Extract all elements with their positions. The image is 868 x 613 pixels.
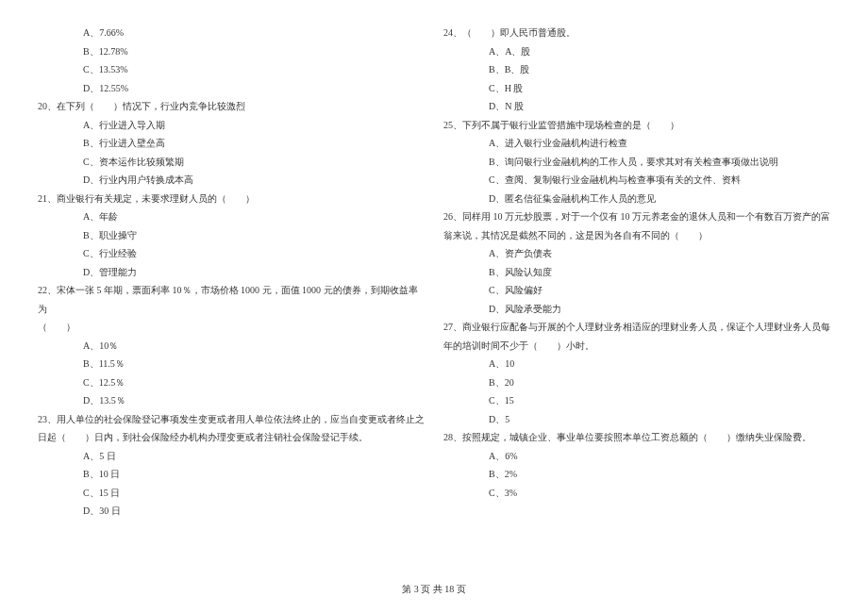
right-column: 24、（ ）即人民币普通股。 A、A、股 B、B、股 C、H 股 D、N 股 2… [443,24,830,571]
option-25a: A、进入银行业金融机构进行检查 [443,134,830,153]
option-23d: D、30 日 [38,502,425,521]
option-22c: C、12.5％ [38,373,425,392]
question-23-line1: 23、用人单位的社会保险登记事项发生变更或者用人单位依法终止的，应当自变更或者终… [38,410,425,429]
question-28: 28、按照规定，城镇企业、事业单位要按照本单位工资总额的（ ）缴纳失业保险费。 [443,428,830,447]
option-20b: B、行业进入壁垒高 [38,134,425,153]
question-20: 20、在下列（ ）情况下，行业内竞争比较激烈 [38,97,425,116]
option-25b: B、询问银行业金融机构的工作人员，要求其对有关检查事项做出说明 [443,153,830,172]
option-24c: C、H 股 [443,79,830,98]
question-27-line1: 27、商业银行应配备与开展的个人理财业务相适应的理财业务人员，保证个人理财业务人… [443,318,830,337]
document-body: A、7.66% B、12.78% C、13.53% D、12.55% 20、在下… [38,24,830,571]
option-26d: D、风险承受能力 [443,300,830,319]
option-27c: C、15 [443,391,830,410]
option-19b: B、12.78% [38,42,425,61]
question-27-line2: 年的培训时间不少于（ ）小时。 [443,337,830,356]
option-22b: B、11.5％ [38,355,425,373]
option-25d: D、匿名信征集金融机构工作人员的意见 [443,190,830,208]
option-21a: A、年龄 [38,207,425,226]
question-26-line2: 翁来说，其情况是截然不同的，这是因为各自有不同的（ ） [443,226,830,245]
option-28b: B、2% [443,465,830,484]
option-28a: A、6% [443,447,830,466]
question-24: 24、（ ）即人民币普通股。 [443,24,830,42]
option-23a: A、5 日 [38,447,425,466]
question-25: 25、下列不属于银行业监管措施中现场检查的是（ ） [443,116,830,135]
option-21c: C、行业经验 [38,244,425,263]
left-column: A、7.66% B、12.78% C、13.53% D、12.55% 20、在下… [38,24,425,571]
option-21d: D、管理能力 [38,263,425,282]
option-20d: D、行业内用户转换成本高 [38,171,425,190]
question-26-line1: 26、同样用 10 万元炒股票，对于一个仅有 10 万元养老金的退休人员和一个有… [443,207,830,226]
option-24d: D、N 股 [443,97,830,116]
option-27a: A、10 [443,355,830,373]
option-24a: A、A、股 [443,42,830,61]
option-22d: D、13.5％ [38,391,425,410]
question-22-line1: 22、宋体一张 5 年期，票面利率 10％，市场价格 1000 元，面值 100… [38,281,425,318]
question-22-line2: （ ） [38,318,425,337]
option-25c: C、查阅、复制银行业金融机构与检查事项有关的文件、资料 [443,171,830,190]
option-19d: D、12.55% [38,79,425,98]
option-22a: A、10％ [38,337,425,356]
option-23c: C、15 日 [38,484,425,503]
option-28c: C、3% [443,484,830,503]
option-26a: A、资产负债表 [443,244,830,263]
option-19c: C、13.53% [38,60,425,79]
option-23b: B、10 日 [38,465,425,484]
option-20c: C、资本运作比较频繁期 [38,153,425,172]
option-19a: A、7.66% [38,24,425,42]
question-21: 21、商业银行有关规定，未要求理财人员的（ ） [38,190,425,208]
option-26c: C、风险偏好 [443,281,830,300]
option-26b: B、风险认知度 [443,263,830,282]
page-footer: 第 3 页 共 18 页 [0,583,868,596]
option-27b: B、20 [443,373,830,392]
option-21b: B、职业操守 [38,226,425,245]
question-23-line2: 日起（ ）日内，到社会保险经办机构办理变更或者注销社会保险登记手续。 [38,428,425,447]
option-27d: D、5 [443,410,830,429]
option-20a: A、行业进入导入期 [38,116,425,135]
option-24b: B、B、股 [443,60,830,79]
